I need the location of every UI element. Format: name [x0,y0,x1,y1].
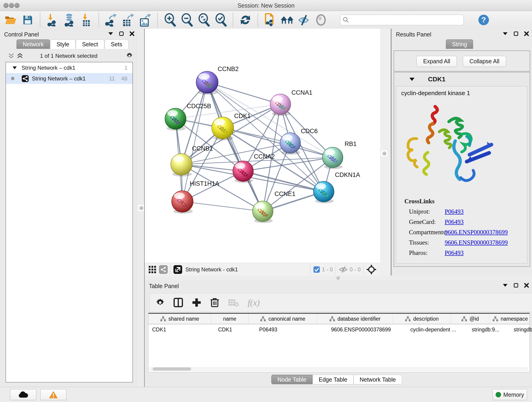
column-header-database-identifier[interactable]: database identifier [317,314,393,324]
cell-description[interactable]: cyclin-dependent ... [407,324,468,335]
edge-CCNB2-CCNE1[interactable] [207,82,263,211]
node-section-header[interactable]: CDK1 [394,72,530,86]
save-session-button[interactable] [19,13,36,27]
column-header-canonical-name[interactable]: canonical name [249,314,317,324]
svg-text:?: ? [481,15,486,24]
hidden-eye-slash-icon[interactable] [339,266,348,273]
selected-checkbox-icon[interactable] [313,266,320,273]
crosslink-link[interactable]: P06493 [445,208,464,215]
tree-collapse-icon[interactable] [12,66,17,70]
collapse-all-button[interactable]: Collapse All [463,56,506,67]
node-CCNB1[interactable]: CCNB1 [171,145,213,177]
new-network-from-file-button[interactable] [262,13,279,27]
network-canvas[interactable]: CCNB2CCNA1CDC25BCDK1CDC6RB1CCNB1CCNA2CDK… [145,29,380,263]
cell-namespace[interactable]: stringdb [510,324,532,335]
panel-menu-icon[interactable] [108,32,113,35]
open-session-button[interactable] [2,13,19,27]
collapse-section-icon[interactable] [409,77,415,81]
horizontal-splitter[interactable] [145,275,532,280]
tab-network-table[interactable]: Network Table [354,375,402,384]
cell--id[interactable]: stringdb:9... [468,324,510,335]
export-image-button[interactable] [137,13,153,27]
tab-node-table[interactable]: Node Table [271,375,312,384]
show-panel-button[interactable] [312,13,329,27]
close-panel-icon[interactable] [524,283,529,288]
crosslink-link[interactable]: P06493 [445,249,464,256]
cell-name[interactable]: CDK1 [215,324,255,335]
edge-CCNB2-CCNA1[interactable] [207,82,280,104]
cell-shared-name[interactable]: CDK1 [148,324,215,335]
network-tree-item[interactable]: String Network – cdk11 [6,62,133,73]
splitter-handle[interactable] [138,204,145,211]
add-column-icon[interactable] [192,298,201,307]
import-network-from-database-button[interactable] [61,13,78,27]
column-header--id[interactable]: @id [451,314,489,324]
search-input[interactable] [340,15,464,25]
table-settings-gear-icon[interactable] [156,298,165,307]
column-header-namespace[interactable]: namespace [489,314,531,324]
tab-network[interactable]: Network [17,39,50,49]
network-overview-button[interactable] [159,265,168,274]
close-panel-icon[interactable] [524,32,529,36]
column-header-name[interactable]: name [211,314,249,324]
cell-database-identifier[interactable]: 9606.ENSP00000378699 [327,324,407,335]
export-table-button[interactable] [120,13,137,27]
zoom-selected-button[interactable] [212,13,229,27]
tab-sets[interactable]: Sets [105,39,128,49]
network-tree-item[interactable]: String Network – cdk11148 [6,73,133,84]
expand-all-button[interactable]: Expand All [417,56,457,67]
gear-icon[interactable] [126,52,133,60]
node-CCNA1[interactable]: CCNA1 [270,89,312,116]
import-network-from-file-button[interactable] [44,13,61,27]
grid-view-button[interactable] [148,265,157,274]
crosslink-link[interactable]: P06493 [445,218,464,225]
close-panel-icon[interactable] [130,32,134,36]
edge-CCNB1-CCNB2[interactable] [181,82,207,164]
cell-canonical-name[interactable]: P06493 [255,324,327,335]
float-panel-icon[interactable] [514,32,518,36]
node-HIST1H1A[interactable]: HIST1H1A [172,180,219,214]
splitter-handle[interactable] [380,150,388,157]
refresh-button[interactable] [237,13,254,27]
delete-trash-icon[interactable] [210,298,219,307]
node-CDKN1A[interactable]: CDKN1A [313,172,360,203]
warnings-button[interactable] [40,389,66,400]
tab-select[interactable]: Select [76,39,104,49]
panel-menu-icon[interactable] [503,284,508,287]
import-table-from-file-button[interactable] [78,13,95,27]
crosslink-link[interactable]: 9606.ENSP00000378699 [445,229,508,236]
panel-menu-icon[interactable] [503,32,508,35]
scrollbar-thumb[interactable] [152,367,191,370]
column-header-shared-name[interactable]: shared name [148,314,211,324]
float-panel-icon[interactable] [119,32,124,36]
tab-edge-table[interactable]: Edge Table [312,375,354,384]
help-button[interactable]: ? [475,13,492,27]
open-in-new-window-button[interactable] [173,265,182,274]
edge-CCNE1-HIST1H1A[interactable] [182,201,263,211]
home-button[interactable] [279,13,296,27]
table-row[interactable]: CDK1CDK1P064939606.ENSP00000378699cyclin… [148,324,530,335]
column-header-description[interactable]: description [393,314,451,324]
node-CDK1[interactable]: CDK1 [212,113,251,140]
node-RB1[interactable]: RB1 [322,140,357,169]
left-splitter[interactable] [138,29,144,387]
tab-style[interactable]: Style [51,39,76,49]
node-CDC25B[interactable]: CDC25B [165,103,211,131]
node-CCNE1[interactable]: CCNE1 [253,191,296,223]
export-network-button[interactable] [103,13,120,27]
zoom-in-button[interactable] [161,13,178,27]
zoom-out-button[interactable] [178,13,195,27]
hide-panel-button[interactable] [296,13,312,27]
zoom-fit-button[interactable] [195,13,212,27]
right-splitter[interactable] [380,29,391,275]
float-panel-icon[interactable] [514,283,518,288]
memory-button[interactable]: Memory [493,389,527,400]
show-columns-icon[interactable] [173,298,183,307]
crosslink-link[interactable]: 9606.ENSP00000378699 [445,239,508,246]
tab-string[interactable]: String [446,39,473,49]
table-horizontal-scrollbar[interactable] [149,367,528,371]
splitter-handle[interactable] [336,276,340,280]
cloud-status-button[interactable] [10,389,36,400]
birdseye-navigate-icon[interactable] [366,264,376,274]
node-CCNB2[interactable]: CCNB2 [196,65,239,95]
